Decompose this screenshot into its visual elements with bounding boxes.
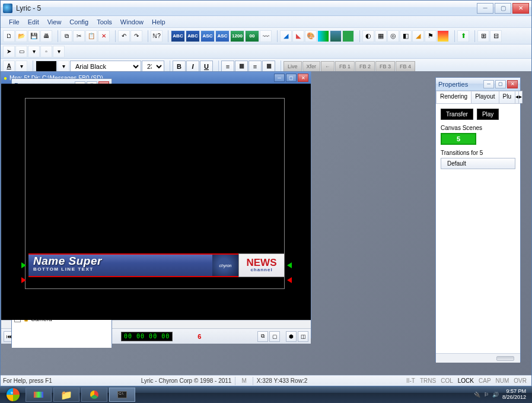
num-00-button[interactable]: 00	[245, 30, 259, 42]
asc-button-1[interactable]: ASC	[200, 30, 215, 42]
taskbar-app-1[interactable]	[26, 388, 52, 402]
misc-4[interactable]: ◧	[400, 30, 412, 42]
scene-number-badge[interactable]: 5	[441, 133, 476, 145]
bold-button[interactable]: B	[173, 61, 186, 72]
color-square3[interactable]	[342, 30, 354, 42]
flag-button[interactable]: ◣	[292, 30, 304, 42]
rectangle-tool[interactable]: ▭	[15, 46, 27, 58]
taskbar-cmd[interactable]: C:\	[109, 388, 135, 402]
paste-button[interactable]: 📋	[85, 30, 97, 42]
palette-button[interactable]: 🎨	[305, 30, 317, 42]
abc-button-1[interactable]: ABC	[171, 30, 185, 42]
menu-config[interactable]: Config	[66, 17, 92, 26]
num-1200-button[interactable]: 1200	[230, 30, 244, 42]
volume-icon[interactable]: 🔊	[492, 392, 499, 398]
text-a-button[interactable]: A	[3, 61, 15, 72]
small-rect[interactable]: ▫	[40, 46, 52, 58]
misc-3[interactable]: ◎	[387, 30, 399, 42]
asc-button-2[interactable]: ASC	[215, 30, 230, 42]
properties-max-button[interactable]: ▢	[495, 80, 506, 88]
resize-handle-bl[interactable]	[21, 277, 26, 283]
cut-button[interactable]: ✂	[73, 30, 85, 42]
window-close-button[interactable]: ✕	[512, 3, 529, 14]
fb1-pill[interactable]: FB 1	[335, 61, 355, 72]
dropdown-text[interactable]: ▾	[15, 61, 27, 72]
titlebar[interactable]: Lyric - 5 ─ ▢ ✕	[1, 1, 531, 16]
canvas-min-button[interactable]: ─	[274, 74, 285, 82]
undo-button[interactable]: ↶	[118, 30, 130, 42]
open-button[interactable]: 📂	[15, 30, 27, 42]
play-button[interactable]: Play	[477, 109, 499, 120]
tab-rendering[interactable]: Rendering	[436, 91, 472, 103]
help-context-button[interactable]: ℕ?	[151, 30, 163, 42]
misc-2[interactable]: ▦	[375, 30, 387, 42]
color-square1[interactable]	[317, 30, 329, 42]
align-right-button[interactable]: ≡	[249, 61, 262, 72]
transfer-button[interactable]: Transfer	[441, 109, 473, 120]
copy-button[interactable]: ⧉	[60, 30, 72, 42]
misc-1[interactable]: ◐	[362, 30, 374, 42]
tab-scroll-right[interactable]: ▸	[518, 91, 523, 103]
view-3d-button[interactable]: ⬢	[286, 331, 297, 342]
font-size-select[interactable]: 23	[142, 61, 164, 72]
start-button[interactable]	[2, 388, 24, 402]
misc-7[interactable]	[437, 30, 449, 42]
properties-min-button[interactable]: ─	[483, 80, 494, 88]
action-center-icon[interactable]: ⚐	[484, 392, 489, 398]
resize-handle-left[interactable]	[21, 262, 26, 268]
dropdown-2[interactable]: ▾	[53, 46, 65, 58]
misc-6[interactable]: ⚑	[425, 30, 437, 42]
menu-help[interactable]: Help	[148, 17, 169, 26]
print-button[interactable]: 🖶	[40, 30, 52, 42]
lower-third-sub-text[interactable]: BOTTOM LINE TEXT	[33, 266, 208, 272]
align-left-button[interactable]: ≡	[221, 61, 234, 72]
resize-handle-right[interactable]	[287, 262, 292, 268]
dropdown-1[interactable]: ▾	[28, 46, 40, 58]
pointer-tool[interactable]: ➤	[3, 46, 15, 58]
resize-handle-br[interactable]	[287, 277, 292, 283]
view-cube-button[interactable]: ◫	[298, 331, 308, 342]
export-up-button[interactable]: ⬆	[457, 30, 469, 42]
tab-playout[interactable]: Playout	[471, 91, 499, 103]
lower-third-main-text[interactable]: Name Super	[33, 255, 208, 266]
fb3-pill[interactable]: FB 3	[375, 61, 395, 72]
view-layers-button[interactable]: ⧉	[257, 331, 268, 342]
font-family-select[interactable]: Arial Black	[70, 61, 141, 72]
taskbar-explorer[interactable]: 📁	[53, 388, 79, 402]
view-single-button[interactable]: ▢	[269, 331, 280, 342]
delete-button[interactable]: ✕	[98, 30, 110, 42]
back-pill[interactable]: ←	[321, 61, 335, 72]
lower-third-bar[interactable]: Name Super BOTTOM LINE TEXT	[28, 253, 212, 277]
menu-tools[interactable]: Tools	[93, 17, 116, 26]
underline-button[interactable]: U	[200, 61, 213, 72]
lower-third[interactable]: Name Super BOTTOM LINE TEXT chyron NEWS …	[28, 253, 285, 277]
tab-plugins[interactable]: Plu	[499, 91, 515, 103]
color-square2[interactable]	[330, 30, 342, 42]
window-maximize-button[interactable]: ▢	[495, 3, 511, 14]
abc-button-2[interactable]: ABC	[186, 30, 200, 42]
color-picker[interactable]	[36, 61, 57, 72]
color-dropdown[interactable]: ▾	[58, 61, 69, 72]
misc-5[interactable]: ◢	[412, 30, 424, 42]
menu-view[interactable]: View	[44, 17, 65, 26]
live-pill[interactable]: Live	[283, 61, 302, 72]
canvas-close-button[interactable]: ✕	[298, 74, 308, 82]
menu-edit[interactable]: Edit	[24, 17, 43, 26]
menu-window[interactable]: Window	[117, 17, 147, 26]
wave-button[interactable]: 〰	[260, 30, 272, 42]
system-tray[interactable]: 🔌 ⚐ 🔊 9:57 PM 8/26/2012	[470, 389, 530, 401]
new-button[interactable]: 🗋	[3, 30, 15, 42]
canvas-max-button[interactable]: ▢	[286, 74, 297, 82]
clock[interactable]: 9:57 PM 8/26/2012	[502, 389, 526, 401]
expand2-button[interactable]: ⊟	[490, 30, 502, 42]
window-minimize-button[interactable]: ─	[477, 3, 493, 14]
properties-scrollbar[interactable]	[436, 353, 520, 363]
chyron-logo[interactable]: chyron	[212, 253, 238, 277]
redo-button[interactable]: ↷	[130, 30, 142, 42]
expand1-button[interactable]: ⊞	[477, 30, 489, 42]
canvas-body[interactable]: Name Super BOTTOM LINE TEXT chyron NEWS …	[1, 84, 311, 320]
menu-file[interactable]: File	[5, 17, 23, 26]
fb2-pill[interactable]: FB 2	[355, 61, 375, 72]
news-channel-logo[interactable]: NEWS channel	[238, 253, 285, 277]
scrollbar-thumb[interactable]	[496, 356, 514, 361]
